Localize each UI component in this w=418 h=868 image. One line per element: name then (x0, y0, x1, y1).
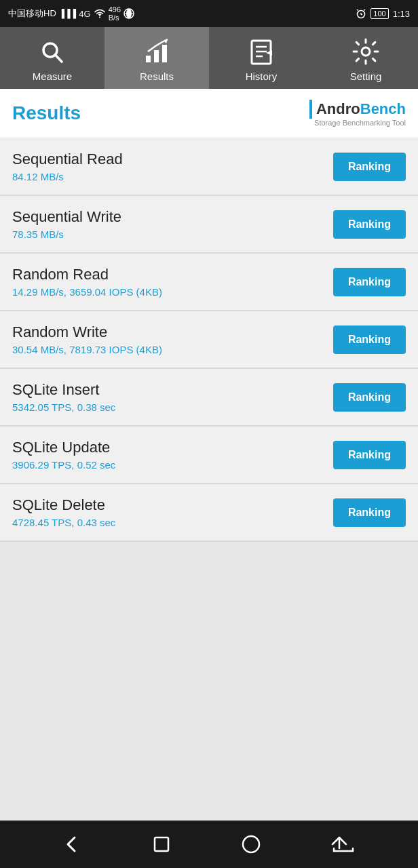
result-value: 5342.05 TPS, 0.38 sec (12, 401, 115, 413)
status-left: 中国移动HD ▐▐▐ 4G 496B/s (8, 5, 134, 22)
result-value: 30.54 MB/s, 7819.73 IOPS (4KB) (12, 344, 162, 355)
brand-bar (309, 100, 312, 119)
ranking-button[interactable]: Ranking (333, 326, 406, 354)
result-info: Random Read14.29 MB/s, 3659.04 IOPS (4KB… (12, 266, 162, 298)
result-row: SQLite Update3906.29 TPS, 0.52 secRankin… (0, 427, 418, 484)
tab-measure-label: Measure (33, 71, 72, 82)
ranking-button[interactable]: Ranking (333, 210, 406, 239)
results-list: Sequential Read84.12 MB/sRankingSequenti… (0, 138, 418, 821)
svg-rect-18 (155, 837, 168, 851)
ranking-button[interactable]: Ranking (333, 498, 406, 527)
results-title: Results (12, 102, 81, 124)
tab-measure[interactable]: Measure (0, 27, 104, 89)
result-value: 14.29 MB/s, 3659.04 IOPS (4KB) (12, 286, 162, 298)
result-value: 78.35 MB/s (12, 229, 121, 240)
brand-logo: AndroBench Storage Benchmarking Tool (309, 100, 406, 127)
svg-marker-16 (266, 50, 272, 56)
result-row: Sequential Write78.35 MB/sRanking (0, 196, 418, 254)
result-row: Random Read14.29 MB/s, 3659.04 IOPS (4KB… (0, 254, 418, 311)
result-row: SQLite Delete4728.45 TPS, 0.43 secRankin… (0, 484, 418, 542)
svg-rect-8 (146, 56, 151, 62)
wifi-icon (94, 9, 106, 18)
tab-history[interactable]: History (209, 27, 314, 89)
result-name: Sequential Write (12, 208, 121, 226)
signal-icon: ▐▐▐ (59, 9, 77, 18)
share-button[interactable] (331, 835, 356, 854)
result-info: SQLite Update3906.29 TPS, 0.52 sec (12, 439, 115, 471)
result-row: Random Write30.54 MB/s, 7819.73 IOPS (4K… (0, 311, 418, 369)
brand-bench: Bench (360, 100, 406, 118)
brand-name: AndroBench (309, 100, 406, 119)
bottom-bar (0, 821, 418, 868)
status-bar: 中国移动HD ▐▐▐ 4G 496B/s 100 1:13 (0, 0, 418, 27)
setting-icon (351, 37, 381, 66)
svg-rect-9 (154, 50, 159, 62)
history-icon (246, 37, 276, 66)
status-right: 100 1:13 (356, 8, 410, 19)
result-row: Sequential Read84.12 MB/sRanking (0, 138, 418, 196)
result-info: SQLite Insert5342.05 TPS, 0.38 sec (12, 381, 115, 413)
brand-subtitle: Storage Benchmarking Tool (314, 119, 406, 127)
home-button[interactable] (152, 835, 171, 854)
result-name: Random Read (12, 266, 162, 283)
result-info: Sequential Read84.12 MB/s (12, 151, 123, 182)
tab-setting-label: Setting (350, 71, 382, 82)
results-header: Results AndroBench Storage Benchmarking … (0, 89, 418, 138)
brand-andro: Andro (316, 100, 360, 118)
result-value: 3906.29 TPS, 0.52 sec (12, 459, 115, 471)
carrier-text: 中国移动HD (8, 7, 56, 20)
alarm-icon (356, 8, 366, 19)
svg-line-7 (56, 55, 62, 62)
result-info: Sequential Write78.35 MB/s (12, 208, 121, 240)
globe-icon (124, 8, 134, 19)
result-info: SQLite Delete4728.45 TPS, 0.43 sec (12, 496, 115, 528)
data-speed: 496B/s (109, 5, 121, 22)
ranking-button[interactable]: Ranking (333, 383, 406, 412)
ranking-button[interactable]: Ranking (333, 441, 406, 469)
result-name: SQLite Update (12, 439, 115, 456)
battery-level: 100 (373, 9, 385, 18)
back-button[interactable] (62, 835, 81, 854)
result-name: SQLite Insert (12, 381, 115, 399)
result-value: 4728.45 TPS, 0.43 sec (12, 517, 115, 528)
tab-setting[interactable]: Setting (314, 27, 418, 89)
result-info: Random Write30.54 MB/s, 7819.73 IOPS (4K… (12, 323, 162, 355)
nav-tabs: Measure Results History (0, 27, 418, 89)
results-icon (142, 37, 172, 66)
tab-history-label: History (246, 71, 278, 82)
recents-button[interactable] (242, 835, 261, 854)
ranking-button[interactable]: Ranking (333, 268, 406, 296)
time-display: 1:13 (393, 9, 410, 19)
network-type: 4G (79, 9, 90, 19)
result-value: 84.12 MB/s (12, 171, 123, 182)
battery-icon: 100 (370, 8, 388, 19)
svg-point-17 (362, 47, 370, 56)
tab-results-label: Results (140, 71, 174, 82)
tab-results[interactable]: Results (104, 27, 209, 89)
svg-point-19 (243, 836, 259, 852)
result-name: Random Write (12, 323, 162, 341)
result-name: Sequential Read (12, 151, 123, 168)
svg-rect-10 (162, 45, 167, 62)
ranking-button[interactable]: Ranking (333, 153, 406, 181)
result-row: SQLite Insert5342.05 TPS, 0.38 secRankin… (0, 369, 418, 427)
result-name: SQLite Delete (12, 496, 115, 514)
measure-icon (37, 37, 67, 66)
